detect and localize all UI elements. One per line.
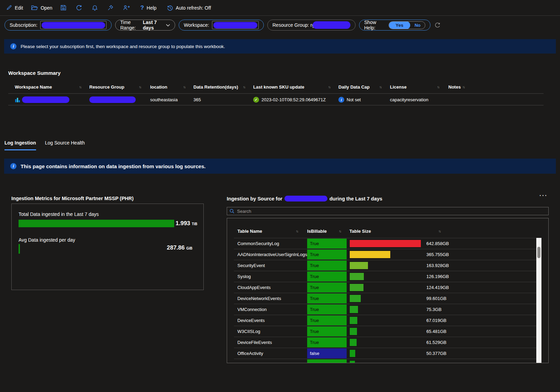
table-row[interactable]: W3CIISLogTrue65.481GB: [227, 326, 548, 337]
chevron-down-icon: [166, 24, 170, 26]
table-row-partial[interactable]: [227, 359, 548, 363]
ingestion-by-source-title: Ingestion by Source for during the Last …: [227, 196, 382, 201]
table-size-bar: [350, 251, 390, 258]
save-icon: [60, 5, 66, 11]
table-size-value: 99.601GB: [426, 293, 447, 304]
pin-button[interactable]: [108, 5, 113, 11]
time-range-dropdown[interactable]: Time Range: Last 7 days: [115, 20, 175, 31]
summary-column-header[interactable]: Daily Data Cap: [338, 84, 370, 90]
alert-rules-button[interactable]: [92, 5, 98, 11]
open-label: Open: [41, 5, 52, 11]
table-size-value: 75.3GB: [426, 304, 441, 315]
search-box: [227, 207, 549, 215]
auto-refresh-label: Auto refresh: Off: [176, 5, 211, 11]
sort-icon[interactable]: ↑↓: [437, 85, 439, 89]
isbillable-cell: false: [307, 348, 347, 358]
summary-column-header[interactable]: location: [150, 84, 167, 90]
table-name-cell: VMConnection: [237, 304, 267, 315]
table-row[interactable]: OfficeActivityfalse50.377GB: [227, 348, 548, 359]
subscription-value-box: [40, 21, 107, 29]
summary-column-header[interactable]: Data Retention(days): [193, 84, 238, 90]
ingestion-rows: CommonSecurityLogTrue642.858GBAADNonInte…: [227, 238, 548, 363]
title-suffix: during the Last 7 days: [329, 196, 382, 201]
resource-group-cell: [89, 94, 136, 105]
table-row[interactable]: DeviceFileEventsTrue61.529GB: [227, 337, 548, 348]
sort-icon[interactable]: ↑↓: [339, 229, 341, 233]
table-scrollbar-thumb[interactable]: [537, 247, 540, 258]
help-button[interactable]: ? Help: [140, 4, 156, 11]
table-size-value: 50.377GB: [426, 348, 447, 359]
summary-column-header[interactable]: License: [390, 84, 406, 90]
table-name-cell: W3CIISLog: [237, 326, 260, 337]
summary-column-header[interactable]: Resource Group: [89, 84, 124, 90]
table-row[interactable]: DeviceNetworkEventsTrue99.601GB: [227, 293, 548, 304]
share-button[interactable]: [123, 5, 130, 10]
show-help-no-option[interactable]: No: [410, 23, 425, 28]
table-row[interactable]: CloudAppEventsTrue124.419GB: [227, 282, 548, 293]
tab-log-ingestion[interactable]: Log Ingestion: [4, 140, 36, 150]
table-size-bar: [350, 339, 357, 346]
table-name-cell: AADNonInteractiveUserSignInLogs: [237, 249, 307, 260]
title-workspace-redaction: [284, 196, 327, 201]
refresh-button[interactable]: [76, 5, 82, 11]
isbillable-cell: True: [307, 283, 347, 292]
pin-icon: [108, 5, 113, 11]
table-row[interactable]: DeviceEventsTrue67.019GB: [227, 315, 548, 326]
save-button[interactable]: [60, 5, 66, 11]
info-icon: i: [10, 43, 16, 49]
check-icon: ✓: [253, 97, 259, 103]
edit-button[interactable]: Edit: [6, 5, 23, 11]
table-row[interactable]: CommonSecurityLogTrue642.858GB: [227, 238, 548, 249]
sort-icon[interactable]: ↑↓: [243, 85, 245, 89]
history-clock-icon: [167, 5, 173, 11]
workspace-name-cell[interactable]: [15, 94, 69, 105]
sort-icon[interactable]: ↑↓: [462, 85, 464, 89]
table-row[interactable]: SyslogTrue126.196GB: [227, 271, 548, 282]
table-scrollbar-track[interactable]: [536, 238, 541, 363]
show-help-label: Show Help:: [364, 20, 386, 31]
column-header-table-size[interactable]: Table Size: [349, 229, 371, 234]
table-row[interactable]: AADNonInteractiveUserSignInLogsTrue365.7…: [227, 249, 548, 260]
auto-refresh-button[interactable]: Auto refresh: Off: [167, 5, 211, 11]
sort-icon[interactable]: ↑↓: [139, 85, 141, 89]
show-help-yes-option[interactable]: Yes: [389, 21, 410, 29]
table-size-bar: [350, 350, 355, 357]
workspace-summary-table: Workspace Name↑↓Resource Group↑↓location…: [8, 84, 544, 106]
isbillable-cell: True: [307, 261, 347, 270]
search-input[interactable]: [236, 208, 546, 214]
bell-icon: [92, 5, 98, 11]
page-info-banner-text: This page contains information on data i…: [21, 163, 205, 169]
subscription-dropdown[interactable]: Subscription:: [4, 20, 112, 31]
sort-icon[interactable]: ↑↓: [328, 85, 330, 89]
sku-update-cell: ✓ 2023-02-10T08:52:29.0649671Z: [253, 94, 326, 105]
data-retention-cell: 365: [193, 94, 201, 105]
table-size-value: 61.529GB: [426, 337, 447, 348]
show-help-toggle: Yes No: [389, 21, 425, 29]
resource-group-dropdown[interactable]: Resource Group: rg: [267, 20, 356, 31]
sort-icon[interactable]: ↑↓: [379, 85, 381, 89]
daily-data-cap-value: Not set: [347, 97, 361, 102]
sort-icon[interactable]: ↑↓: [296, 229, 298, 233]
sort-icon[interactable]: ↑↓: [79, 85, 81, 89]
table-name-cell: DeviceEvents: [237, 315, 265, 326]
sort-icon[interactable]: ↑↓: [183, 85, 185, 89]
table-size-value: 65.481GB: [426, 326, 447, 337]
more-options-button[interactable]: ···: [539, 192, 548, 199]
filters-refresh-button[interactable]: [435, 22, 440, 28]
column-header-isbillable[interactable]: IsBillable: [307, 229, 327, 234]
table-row[interactable]: SecurityEventTrue163.928GB: [227, 260, 548, 271]
workspace-dropdown[interactable]: Workspace:: [179, 20, 264, 31]
sort-icon[interactable]: ↑↓: [438, 229, 440, 233]
summary-column-header[interactable]: Workspace Name: [15, 84, 52, 90]
table-name-cell: DeviceNetworkEvents: [237, 293, 281, 304]
column-header-table-name[interactable]: Table Name: [237, 229, 262, 234]
tab-log-source-health[interactable]: Log Source Health: [45, 140, 85, 150]
table-size-bar: [350, 240, 421, 247]
table-size-bar: [350, 284, 363, 291]
table-row[interactable]: VMConnectionTrue75.3GB: [227, 304, 548, 315]
ingestion-table: Table Name ↑↓ IsBillable ↑↓ Table Size ↑…: [227, 218, 549, 363]
open-button[interactable]: Open: [31, 5, 52, 11]
folder-icon: [31, 5, 38, 10]
summary-column-header[interactable]: Last known SKU update: [253, 84, 304, 90]
summary-column-header[interactable]: Notes: [448, 84, 461, 90]
